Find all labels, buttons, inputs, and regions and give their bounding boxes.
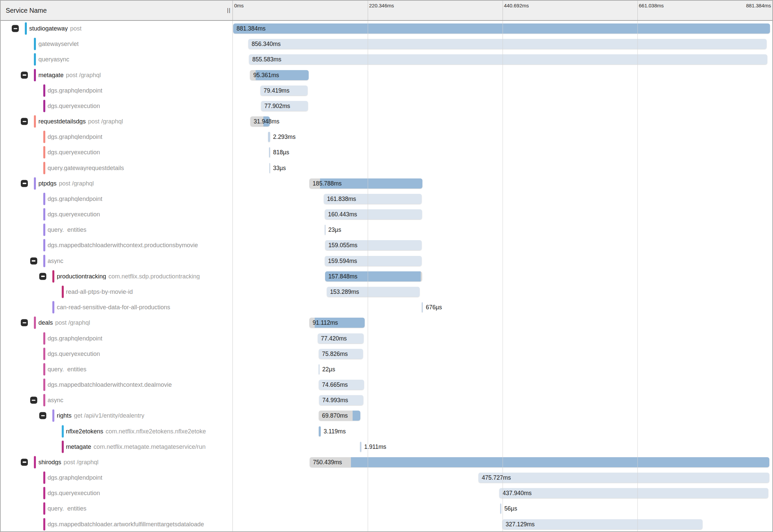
trace-row[interactable]: dgs.mappedbatchloader.artworkfulfillment… [1,517,772,532]
trace-row[interactable]: dgs.queryexecution 160.443ms [1,207,772,222]
duration-bar[interactable] [248,39,767,49]
column-resize-handle[interactable]: || [227,7,231,13]
trace-row[interactable]: async 159.594ms [1,253,772,269]
trace-row[interactable]: read-all-ptps-by-movie-id 153.289ms [1,284,772,300]
trace-row[interactable]: shirodgspost /graphql 750.439ms [1,455,772,470]
duration-label: 2.293ms [273,134,296,141]
duration-bar[interactable] [318,333,364,343]
trace-row[interactable]: query._entities 56µs [1,501,772,516]
trace-row[interactable]: metagatecom.netflix.metagate.metagateser… [1,439,772,455]
duration-bar[interactable] [309,178,423,189]
trace-row[interactable]: queryasync 855.583ms [1,52,772,67]
duration-bar[interactable] [422,302,423,312]
collapse-toggle-button[interactable] [21,459,28,466]
row-service-cell: nflxe2etokenscom.netflix.nflxe2etokens.n… [1,423,233,439]
duration-bar[interactable] [269,147,270,157]
duration-bar[interactable] [319,411,361,421]
trace-row[interactable]: productiontrackingcom.netflix.sdp.produc… [1,269,772,284]
collapse-toggle-button[interactable] [30,257,37,264]
collapse-toggle-button[interactable] [39,412,46,419]
trace-row[interactable]: dgs.graphqlendpoint 77.420ms [1,330,772,346]
duration-bar[interactable] [309,318,365,328]
duration-bar-segment [315,318,365,328]
duration-bar[interactable] [500,503,501,514]
duration-bar[interactable] [325,256,422,266]
trace-row[interactable]: dgs.graphqlendpoint 475.727ms [1,470,772,485]
trace-row[interactable]: async 74.993ms [1,392,772,408]
duration-bar[interactable] [325,225,325,235]
collapse-toggle-button[interactable] [21,319,28,326]
trace-row[interactable]: dgs.mappedbatchloaderwithcontext.product… [1,237,772,253]
duration-bar[interactable] [319,364,319,374]
duration-bar[interactable] [249,54,767,64]
trace-row[interactable]: nflxe2etokenscom.netflix.nflxe2etokens.n… [1,423,772,439]
duration-bar[interactable] [310,457,769,467]
duration-bar[interactable] [250,70,309,80]
trace-row[interactable]: studiogatewaypost 881.384ms [1,21,772,36]
duration-bar[interactable] [319,426,321,436]
duration-bar[interactable] [268,132,270,142]
trace-row[interactable]: dgs.queryexecution 75.826ms [1,346,772,362]
trace-row[interactable]: dgs.queryexecution 77.902ms [1,98,772,114]
duration-bar[interactable] [325,240,422,250]
row-service-cell: requestdetailsdgspost /graphql [1,114,233,129]
duration-bar-segment [233,23,770,34]
trace-row[interactable]: dgs.queryexecution 818µs [1,145,772,160]
trace-row[interactable]: dgs.mappedbatchloaderwithcontext.dealmov… [1,377,772,392]
trace-row[interactable]: rightsget /api/v1/entity/dealentry 69.87… [1,408,772,423]
duration-bar[interactable] [327,287,420,297]
trace-row[interactable]: query._entities 22µs [1,362,772,377]
service-color-strip [43,332,45,344]
trace-row[interactable]: query._entities 23µs [1,222,772,237]
row-labels: read-all-ptps-by-movie-id [66,289,133,295]
duration-bar-segment [256,70,309,80]
duration-bar[interactable] [360,442,361,452]
duration-bar[interactable] [478,473,769,483]
trace-row[interactable]: dgs.graphqlendpoint 2.293ms [1,129,772,145]
duration-bar[interactable] [233,23,770,34]
duration-bar[interactable] [502,519,703,529]
row-labels: async [48,397,63,403]
collapse-toggle-button[interactable] [21,180,28,187]
trace-row[interactable]: ptpdgspost /graphql 185.788ms [1,176,772,191]
service-name-label: queryasync [38,56,69,62]
trace-row[interactable]: dgs.queryexecution 437.940ms [1,485,772,501]
service-name-label: dgs.queryexecution [48,103,100,109]
duration-bar[interactable] [319,349,363,359]
trace-row[interactable]: dgs.graphqlendpoint 79.419ms [1,83,772,98]
row-service-cell: ptpdgspost /graphql [1,176,233,191]
trace-row[interactable]: query.gatewayrequestdetails 33µs [1,160,772,176]
duration-bar[interactable] [325,209,422,219]
row-timeline-cell: 22µs [233,362,772,377]
collapse-toggle-button[interactable] [21,71,28,78]
collapse-toggle-button[interactable] [30,397,37,404]
duration-bar[interactable] [325,271,422,281]
duration-bar[interactable] [319,395,364,405]
collapse-toggle-button[interactable] [21,118,28,125]
collapse-toggle-button[interactable] [12,25,19,32]
trace-row[interactable]: can-read-sensitive-data-for-all-producti… [1,300,772,315]
trace-row[interactable]: requestdetailsdgspost /graphql 31.948ms [1,114,772,129]
trace-row[interactable]: dgs.graphqlendpoint 161.838ms [1,191,772,207]
row-labels: rightsget /api/v1/entity/dealentry [57,413,144,419]
duration-bar[interactable] [269,163,270,173]
collapse-toggle-button[interactable] [39,273,46,280]
row-service-cell: query._entities [1,501,233,516]
duration-bar[interactable] [250,116,270,126]
trace-row[interactable]: dealspost /graphql 91.112ms [1,315,772,330]
service-color-strip [52,301,54,314]
row-labels: dgs.graphqlendpoint [48,475,102,481]
duration-bar-segment [250,116,263,126]
duration-bar[interactable] [324,194,422,204]
duration-bar[interactable] [261,101,308,111]
trace-row[interactable]: gatewayservlet 856.340ms [1,36,772,52]
duration-bar[interactable] [499,488,768,498]
service-color-strip [43,363,45,375]
duration-bar[interactable] [319,380,364,390]
trace-row[interactable]: metagatepost /graphql 95.361ms [1,67,772,83]
service-name-label: studiogateway [29,25,68,32]
duration-bar[interactable] [260,86,308,96]
service-name-label: dgs.graphqlendpoint [48,88,102,94]
trace-body: studiogatewaypost 881.384ms gatewayservl… [1,21,772,531]
row-service-cell: query._entities [1,222,233,237]
